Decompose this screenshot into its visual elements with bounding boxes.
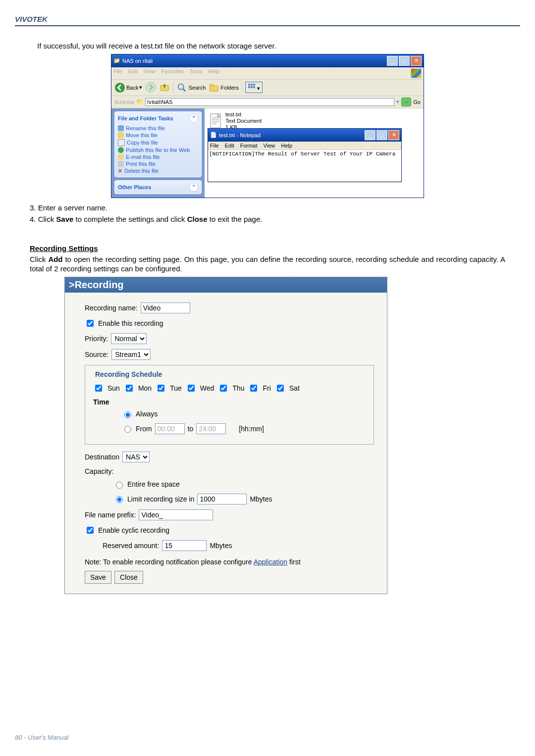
entire-free-space-radio[interactable]: [116, 482, 123, 489]
notepad-menu-edit[interactable]: Edit: [225, 143, 234, 149]
task-email[interactable]: E-mail this file: [118, 153, 198, 160]
explorer-menubar: File Edit View Favorites Tools Help: [111, 67, 424, 80]
collapse-icon[interactable]: ⌃: [189, 114, 198, 123]
day-tue-checkbox[interactable]: [158, 385, 164, 392]
reserved-mbytes-label: Mbytes: [210, 542, 232, 550]
notepad-title: test.txt - Notepad: [219, 132, 261, 138]
notepad-menu-view[interactable]: View: [264, 143, 275, 149]
collapse-icon[interactable]: ⌃: [189, 183, 198, 192]
source-select[interactable]: Stream1: [111, 349, 151, 360]
always-radio[interactable]: [124, 411, 131, 418]
day-mon-checkbox[interactable]: [126, 385, 133, 392]
day-fri-checkbox[interactable]: [250, 385, 257, 392]
task-rename[interactable]: Rename this file: [118, 125, 198, 132]
svg-point-1: [146, 82, 156, 92]
notepad-content[interactable]: [NOTIFICATION]The Result of Server Test …: [208, 150, 401, 181]
close-button[interactable]: Close: [114, 571, 143, 584]
svg-rect-12: [253, 86, 255, 88]
svg-rect-5: [210, 86, 218, 91]
recording-name-input[interactable]: [141, 302, 190, 313]
day-thu-checkbox[interactable]: [220, 385, 227, 392]
from-radio[interactable]: [124, 426, 131, 433]
search-button[interactable]: Search: [176, 82, 206, 93]
capacity-label: Capacity:: [85, 467, 113, 475]
svg-rect-8: [251, 84, 253, 86]
day-wed-label: Wed: [200, 384, 214, 392]
notepad-minimize-button[interactable]: _: [365, 130, 375, 140]
intro-text: If successful, you will receive a test.t…: [37, 41, 520, 51]
side-pane: File and Folder Tasks ⌃ Rename this file…: [111, 108, 205, 198]
task-print[interactable]: Print this file: [118, 160, 198, 167]
other-places-title: Other Places: [118, 184, 151, 190]
task-copy[interactable]: Copy this file: [118, 139, 198, 147]
menu-tools[interactable]: Tools: [190, 68, 203, 78]
from-time-input[interactable]: [155, 423, 185, 434]
enable-recording-checkbox[interactable]: [87, 320, 94, 327]
forward-button[interactable]: [145, 82, 156, 94]
menu-edit[interactable]: Edit: [128, 68, 138, 78]
notepad-menu-help[interactable]: Help: [281, 143, 292, 149]
notepad-menu-file[interactable]: File: [210, 143, 219, 149]
task-publish[interactable]: Publish this file to the Web: [118, 147, 198, 153]
copy-icon: [118, 139, 125, 146]
up-folder-icon: [159, 82, 170, 93]
reserved-label: Reserved amount:: [103, 542, 159, 550]
recording-settings-title: Recording Settings: [30, 244, 505, 252]
svg-line-4: [183, 89, 186, 91]
go-icon[interactable]: →: [401, 98, 411, 106]
address-input[interactable]: [145, 98, 394, 106]
other-places-card: Other Places ⌃: [114, 180, 202, 194]
file-type: Text Document: [225, 118, 262, 124]
menu-view[interactable]: View: [144, 68, 156, 78]
cyclic-checkbox[interactable]: [87, 527, 94, 534]
limit-size-label: Limit recording size in: [127, 495, 194, 503]
notepad-menu-format[interactable]: Format: [240, 143, 258, 149]
menu-help[interactable]: Help: [208, 68, 219, 78]
maximize-button[interactable]: □: [399, 56, 410, 66]
priority-select[interactable]: Normal: [111, 333, 147, 344]
save-button[interactable]: Save: [85, 571, 111, 584]
window-icon: 📁: [113, 57, 120, 64]
cyclic-label: Enable cyclic recording: [98, 526, 169, 534]
menu-file[interactable]: File: [113, 68, 122, 78]
notepad-close-button[interactable]: ✕: [388, 130, 399, 140]
notepad-window: 📄 test.txt - Notepad _ □ ✕ File Edit For…: [208, 128, 402, 182]
views-icon: [248, 83, 256, 90]
views-button[interactable]: ▾: [245, 82, 263, 93]
folders-button[interactable]: Folders: [209, 82, 239, 93]
menu-favorites[interactable]: Favorites: [161, 68, 183, 78]
svg-rect-6: [210, 84, 214, 86]
go-label[interactable]: Go: [413, 99, 421, 105]
move-icon: [118, 132, 124, 138]
application-link[interactable]: Application: [254, 558, 288, 566]
hhmm-label: [hh:mm]: [239, 425, 264, 433]
limit-size-input[interactable]: [197, 494, 247, 504]
destination-label: Destination: [85, 453, 119, 461]
text-file-icon: [208, 113, 223, 129]
from-label: From: [136, 425, 152, 433]
window-title: NAS on ritali: [122, 58, 153, 64]
task-move[interactable]: Move this file: [118, 132, 198, 139]
explorer-window: 📁 NAS on ritali _ □ ✕ File Edit View Fav…: [111, 54, 424, 198]
minimize-button[interactable]: _: [387, 56, 398, 66]
enable-recording-label: Enable this recording: [98, 319, 163, 327]
reserved-input[interactable]: [162, 540, 207, 551]
up-button[interactable]: [159, 82, 170, 94]
recording-schedule-title: Recording Schedule: [93, 370, 164, 378]
day-sun-checkbox[interactable]: [95, 385, 102, 392]
back-button[interactable]: Back ▾: [114, 82, 142, 93]
prefix-input[interactable]: [139, 509, 213, 520]
task-delete[interactable]: ✕Delete this file: [118, 167, 198, 175]
day-wed-checkbox[interactable]: [188, 385, 195, 392]
day-sat-checkbox[interactable]: [277, 385, 284, 392]
destination-select[interactable]: NAS: [122, 452, 150, 462]
day-mon-label: Mon: [138, 384, 152, 392]
priority-label: Priority:: [85, 335, 108, 343]
recording-name-label: Recording name:: [85, 304, 138, 312]
publish-icon: [118, 147, 124, 153]
notepad-maximize-button[interactable]: □: [376, 130, 387, 140]
close-button[interactable]: ✕: [411, 56, 422, 66]
address-dropdown-icon[interactable]: ▾: [396, 99, 399, 105]
to-time-input[interactable]: [196, 423, 226, 434]
limit-size-radio[interactable]: [116, 496, 123, 503]
